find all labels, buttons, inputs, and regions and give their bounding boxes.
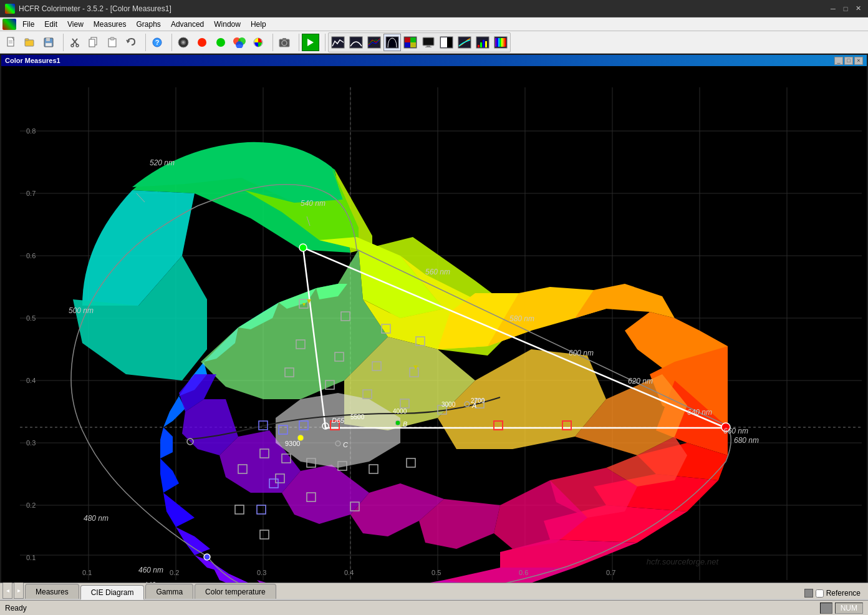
mdi-maximize-button[interactable]: □ xyxy=(844,57,853,65)
svg-text:▾: ▾ xyxy=(307,296,311,306)
svg-rect-5 xyxy=(25,39,29,41)
svg-rect-50 xyxy=(478,45,480,47)
view-curves-button[interactable] xyxy=(456,34,473,51)
new-button[interactable] xyxy=(2,34,20,51)
view-display-button[interactable] xyxy=(420,34,437,51)
view-rgb-button[interactable] xyxy=(365,34,383,51)
color-red-button[interactable] xyxy=(193,34,211,51)
svg-text:580 nm: 580 nm xyxy=(509,314,534,323)
tab-gamma[interactable]: Gamma xyxy=(145,584,193,599)
cut-button[interactable] xyxy=(66,34,84,51)
svg-text:0.1: 0.1 xyxy=(26,554,36,561)
svg-rect-30 xyxy=(282,38,286,40)
view-color-button[interactable] xyxy=(402,34,419,51)
view-analyzer-button[interactable] xyxy=(474,34,491,51)
paste-button[interactable] xyxy=(104,34,121,51)
tab-measures[interactable]: Measures xyxy=(25,584,79,599)
svg-rect-38 xyxy=(410,37,416,42)
svg-text:0.2: 0.2 xyxy=(170,569,179,576)
svg-text:0.2: 0.2 xyxy=(26,501,36,509)
color-rgb-button[interactable] xyxy=(231,34,248,51)
svg-rect-16 xyxy=(110,37,114,40)
view-luminance-button[interactable] xyxy=(329,34,347,51)
svg-text:0.6: 0.6 xyxy=(26,252,36,259)
copy-button[interactable] xyxy=(85,34,102,51)
tab-next-button[interactable]: ▸ xyxy=(14,581,24,599)
menu-view[interactable]: View xyxy=(62,17,89,31)
minimize-button[interactable]: ─ xyxy=(828,4,838,14)
svg-text:680 nm: 680 nm xyxy=(734,436,759,445)
svg-text:520 nm: 520 nm xyxy=(150,158,175,167)
svg-point-23 xyxy=(216,38,225,47)
mdi-minimize-button[interactable]: _ xyxy=(834,57,843,65)
reference-area: Reference xyxy=(804,589,866,599)
save-button[interactable] xyxy=(40,34,57,51)
content-wrapper: Color Measures1 _ □ × xyxy=(0,54,868,583)
svg-rect-116 xyxy=(235,505,244,514)
svg-rect-46 xyxy=(441,37,447,47)
menu-edit[interactable]: Edit xyxy=(39,17,62,31)
view-contrast-button[interactable] xyxy=(438,34,455,51)
menu-help[interactable]: Help xyxy=(246,17,271,31)
help-button[interactable]: ? xyxy=(148,34,166,51)
svg-rect-61 xyxy=(504,38,506,47)
probe-button[interactable] xyxy=(175,34,192,51)
svg-point-21 xyxy=(182,41,185,44)
tab-prev-button[interactable]: ◂ xyxy=(2,581,12,599)
undo-button[interactable] xyxy=(122,34,140,51)
color-wheel-button[interactable] xyxy=(249,34,267,51)
svg-text:560 nm: 560 nm xyxy=(425,268,450,276)
svg-point-12 xyxy=(76,44,79,47)
menu-window[interactable]: Window xyxy=(209,17,246,31)
svg-text:440 nm: 440 nm xyxy=(143,581,168,583)
svg-text:4000: 4000 xyxy=(393,408,407,415)
svg-rect-58 xyxy=(500,38,502,47)
svg-text:0.4: 0.4 xyxy=(26,377,36,384)
tab-color-temperature[interactable]: Color temperature xyxy=(195,584,276,599)
window-title: HCFR Colorimeter - 3.5.2 - [Color Measur… xyxy=(19,4,171,13)
svg-marker-31 xyxy=(307,39,314,46)
color-green-button[interactable] xyxy=(212,34,229,51)
reference-checkbox[interactable] xyxy=(816,589,824,598)
svg-text:0.8: 0.8 xyxy=(26,127,36,135)
svg-rect-43 xyxy=(427,46,430,47)
menu-graphs[interactable]: Graphs xyxy=(132,17,166,31)
view-gamma-button[interactable] xyxy=(347,34,365,51)
reference-icon xyxy=(804,589,813,598)
svg-rect-59 xyxy=(501,38,503,47)
svg-rect-44 xyxy=(425,47,432,47)
svg-rect-108 xyxy=(407,458,415,467)
view-spectrum-button[interactable] xyxy=(492,34,509,51)
svg-text:640 nm: 640 nm xyxy=(687,408,712,417)
status-text: Ready xyxy=(5,604,27,613)
svg-point-11 xyxy=(71,44,74,47)
menu-file[interactable]: File xyxy=(17,17,39,31)
svg-point-128 xyxy=(395,420,400,425)
svg-text:620 nm: 620 nm xyxy=(628,377,653,385)
svg-rect-57 xyxy=(498,38,500,47)
mdi-title: Color Measures1 xyxy=(5,57,60,64)
svg-rect-51 xyxy=(480,42,482,47)
tab-cie-diagram[interactable]: CIE Diagram xyxy=(80,585,145,600)
svg-rect-119 xyxy=(257,505,266,514)
menu-advanced[interactable]: Advanced xyxy=(166,17,209,31)
status-bar: Ready NUM xyxy=(0,600,868,615)
svg-text:▾: ▾ xyxy=(302,301,306,308)
play-button[interactable] xyxy=(302,34,319,51)
view-cie-button[interactable] xyxy=(383,34,401,51)
svg-text:0.7: 0.7 xyxy=(606,569,615,576)
svg-text:5500: 5500 xyxy=(350,414,365,420)
svg-text:9300: 9300 xyxy=(285,440,300,447)
close-button[interactable]: ✕ xyxy=(853,4,863,14)
num-indicator: NUM xyxy=(835,603,863,614)
open-button[interactable] xyxy=(21,34,39,51)
svg-rect-8 xyxy=(46,43,52,46)
maximize-button[interactable]: □ xyxy=(841,4,851,14)
tab-bar: ◂ ▸ Measures CIE Diagram Gamma Color tem… xyxy=(0,583,868,600)
title-bar: HCFR Colorimeter - 3.5.2 - [Color Measur… xyxy=(0,0,868,17)
screenshot-button[interactable] xyxy=(276,34,293,51)
svg-text:0.5: 0.5 xyxy=(26,314,36,322)
menu-measures[interactable]: Measures xyxy=(89,17,132,31)
mdi-close-button[interactable]: × xyxy=(854,57,863,65)
mdi-child-titlebar: Color Measures1 _ □ × xyxy=(1,55,867,66)
